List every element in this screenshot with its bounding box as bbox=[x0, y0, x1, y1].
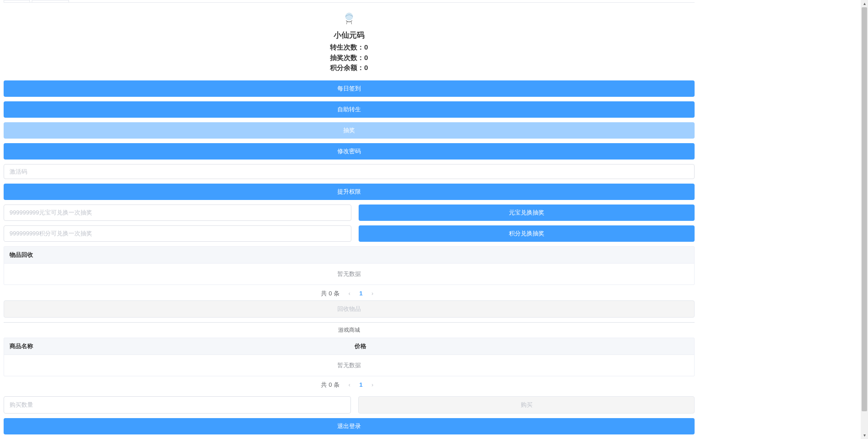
scrollbar-down-icon[interactable]: ▾ bbox=[861, 432, 868, 434]
recycle-table-header: 物品回收 bbox=[4, 247, 694, 263]
shop-table-empty: 暂无数据 bbox=[4, 355, 694, 376]
shop-prev-icon: ‹ bbox=[345, 381, 354, 388]
points-exchange-button[interactable]: 积分兑换抽奖 bbox=[359, 225, 695, 242]
lottery-button: 抽奖 bbox=[4, 122, 695, 139]
avatar-icon bbox=[341, 11, 357, 27]
shop-pagination-total: 共 0 条 bbox=[321, 381, 339, 388]
recycle-page-1[interactable]: 1 bbox=[355, 290, 366, 297]
tab-shop[interactable]: 游戏商城 bbox=[32, 0, 69, 3]
shop-col-price: 价格 bbox=[349, 338, 694, 354]
shop-page-1[interactable]: 1 bbox=[355, 381, 366, 388]
recycle-items-button: 回收物品 bbox=[4, 300, 695, 318]
buy-qty-input[interactable] bbox=[4, 396, 351, 414]
daily-signin-button[interactable]: 每日签到 bbox=[4, 80, 695, 97]
stat-points: 积分余额：0 bbox=[4, 63, 695, 73]
shop-col-name: 商品名称 bbox=[4, 338, 349, 354]
buy-button: 购买 bbox=[358, 396, 695, 414]
self-rebirth-button[interactable]: 自助转生 bbox=[4, 101, 695, 118]
change-password-button[interactable]: 修改密码 bbox=[4, 143, 695, 160]
logout-button[interactable]: 退出登录 bbox=[4, 418, 695, 434]
shop-next-icon: › bbox=[368, 381, 377, 388]
points-exchange-input[interactable] bbox=[4, 225, 351, 242]
tab-bar: 首页 游戏商城 bbox=[4, 0, 695, 3]
scrollbar-up-icon[interactable]: ▴ bbox=[861, 0, 868, 7]
shop-pagination: 共 0 条 ‹ 1 › bbox=[4, 378, 695, 392]
svg-point-0 bbox=[345, 13, 353, 20]
recycle-pagination: 共 0 条 ‹ 1 › bbox=[4, 287, 695, 300]
activation-code-input[interactable] bbox=[4, 164, 695, 179]
tab-home[interactable]: 首页 bbox=[4, 0, 30, 3]
upgrade-permission-button[interactable]: 提升权限 bbox=[4, 184, 695, 200]
scrollbar-thumb[interactable] bbox=[862, 7, 867, 411]
shop-section-title: 游戏商城 bbox=[4, 323, 695, 336]
recycle-table-empty: 暂无数据 bbox=[4, 264, 694, 284]
shop-table: 商品名称 价格 暂无数据 bbox=[4, 338, 695, 376]
recycle-table: 物品回收 暂无数据 bbox=[4, 246, 695, 285]
user-header: 小仙元码 转生次数：0 抽奖次数：0 积分余额：0 bbox=[4, 6, 695, 76]
yuanbao-exchange-input[interactable] bbox=[4, 205, 351, 221]
recycle-pagination-total: 共 0 条 bbox=[321, 290, 339, 297]
recycle-next-icon: › bbox=[368, 290, 377, 297]
yuanbao-exchange-button[interactable]: 元宝兑换抽奖 bbox=[359, 205, 695, 221]
avatar bbox=[340, 10, 358, 28]
stat-lottery: 抽奖次数：0 bbox=[4, 53, 695, 63]
scrollbar[interactable]: ▴ ▾ bbox=[861, 0, 868, 434]
stat-rebirth: 转生次数：0 bbox=[4, 42, 695, 53]
username: 小仙元码 bbox=[4, 30, 695, 40]
recycle-prev-icon: ‹ bbox=[345, 290, 354, 297]
